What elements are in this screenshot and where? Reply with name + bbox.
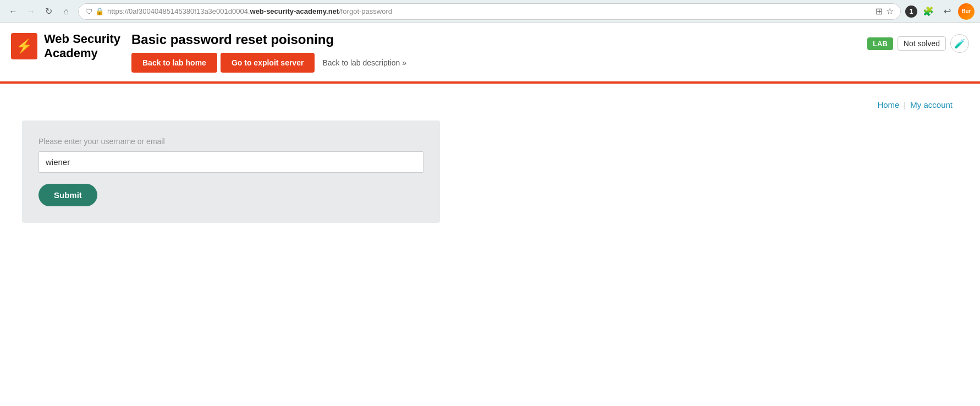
- reload-button[interactable]: ↻: [41, 4, 56, 19]
- extension-badge[interactable]: 1: [905, 6, 917, 18]
- flask-button[interactable]: 🧪: [950, 34, 969, 53]
- qr-icon[interactable]: ⊞: [876, 6, 883, 17]
- logo-line2: Academy: [44, 46, 120, 61]
- logo-icon: ⚡: [11, 33, 37, 59]
- back-to-description-link[interactable]: Back to lab description »: [318, 53, 411, 73]
- url-path: /forgot-password: [339, 7, 392, 15]
- lock-icon: 🔒: [95, 7, 104, 15]
- submit-button[interactable]: Submit: [38, 184, 97, 206]
- address-bar[interactable]: 🛡 🔒 https://0af30040485145380f13a3e001d0…: [78, 3, 901, 20]
- username-email-input[interactable]: [38, 151, 423, 173]
- lab-title: Basic password reset poisoning: [131, 32, 867, 47]
- my-account-link[interactable]: My account: [910, 100, 953, 109]
- not-solved-label: Not solved: [898, 36, 946, 51]
- star-icon[interactable]: ☆: [886, 6, 894, 17]
- home-link[interactable]: Home: [877, 100, 899, 109]
- logo-line1: Web Security: [44, 32, 120, 46]
- url-domain: web-security-academy.net: [250, 7, 339, 15]
- nav-links: Home | My account: [11, 95, 969, 115]
- address-bar-right: ⊞ ☆: [876, 6, 894, 17]
- lab-status-area: LAB Not solved 🧪: [867, 32, 969, 53]
- nav-buttons: ← → ↻ ⌂: [5, 4, 74, 19]
- home-button[interactable]: ⌂: [58, 4, 74, 19]
- forward-button[interactable]: →: [23, 4, 38, 19]
- browser-chrome: ← → ↻ ⌂ 🛡 🔒 https://0af30040485145380f13…: [0, 0, 980, 23]
- url-prefix: https://0af30040485145380f13a3e001d0004.: [107, 7, 250, 15]
- burp-icon[interactable]: Bur: [958, 3, 975, 20]
- nav-separator: |: [904, 100, 906, 109]
- undo-icon[interactable]: ↩: [939, 4, 955, 19]
- back-to-lab-button[interactable]: Back to lab home: [131, 53, 217, 73]
- lab-badge: LAB: [867, 37, 893, 50]
- lab-buttons: Back to lab home Go to exploit server Ba…: [131, 53, 867, 73]
- shield-icon: 🛡: [85, 7, 93, 16]
- logo-area: ⚡ Web Security Academy: [11, 32, 120, 61]
- address-url: https://0af30040485145380f13a3e001d0004.…: [107, 7, 872, 15]
- back-button[interactable]: ←: [5, 4, 21, 19]
- browser-toolbar-right: 1 🧩 ↩ Bur: [905, 3, 975, 20]
- logo-text: Web Security Academy: [44, 32, 120, 61]
- exploit-server-button[interactable]: Go to exploit server: [221, 53, 315, 73]
- forgot-password-form: Please enter your username or email Subm…: [22, 120, 440, 223]
- extensions-icon[interactable]: 🧩: [921, 4, 936, 19]
- lab-header: ⚡ Web Security Academy Basic password re…: [0, 23, 980, 73]
- page-content: Home | My account Please enter your user…: [0, 84, 980, 359]
- lab-title-area: Basic password reset poisoning Back to l…: [120, 32, 867, 73]
- address-bar-icons: 🛡 🔒: [85, 7, 104, 16]
- form-label: Please enter your username or email: [38, 137, 423, 146]
